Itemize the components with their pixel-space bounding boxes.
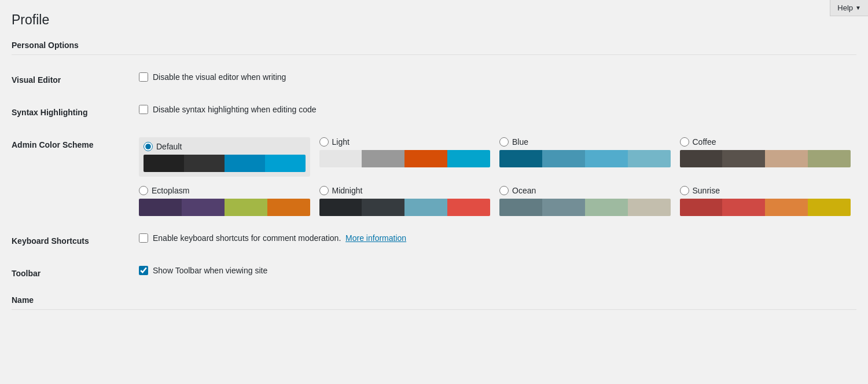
scheme-ocean-radio[interactable] [499,186,509,195]
swatch [362,199,404,216]
swatch [447,199,490,216]
toolbar-checkbox-label[interactable]: Show Toolbar when viewing site [139,266,851,275]
visual-editor-checkbox[interactable] [139,72,148,82]
swatch [585,150,628,167]
swatch [144,155,184,172]
toolbar-row: Toolbar Show Toolbar when viewing site [12,257,856,290]
swatch [499,199,542,216]
scheme-midnight-label: Midnight [332,186,363,195]
visual-editor-checkbox-label[interactable]: Disable the visual editor when writing [139,72,851,82]
swatch [404,150,447,167]
syntax-highlighting-checkbox-label[interactable]: Disable syntax highlighting when editing… [139,105,851,114]
scheme-ectoplasm-label: Ectoplasm [152,186,189,195]
swatch [225,155,265,172]
swatch [319,150,362,167]
help-label: Help [837,3,853,12]
swatch [808,199,851,216]
swatch [680,150,723,167]
swatch [628,150,671,167]
swatch [585,199,628,216]
admin-color-scheme-row: Admin Color Scheme Default [12,129,856,225]
scheme-ectoplasm[interactable]: Ectoplasm [139,186,310,216]
scheme-blue-radio[interactable] [499,137,509,147]
scheme-coffee[interactable]: Coffee [680,137,851,177]
swatch [404,199,447,216]
syntax-highlighting-row: Syntax Highlighting Disable syntax highl… [12,96,856,129]
swatch [184,155,225,172]
scheme-default-swatches [144,155,306,172]
scheme-light-radio[interactable] [319,137,329,147]
scheme-coffee-label: Coffee [693,137,716,147]
more-info-link[interactable]: More information [345,233,406,243]
swatch [182,199,225,216]
name-heading: Name [12,295,856,310]
scheme-sunrise[interactable]: Sunrise [680,186,851,216]
swatch [628,199,671,216]
swatch [542,199,585,216]
syntax-highlighting-checkbox-text: Disable syntax highlighting when editing… [153,105,317,114]
scheme-sunrise-label: Sunrise [693,186,720,195]
keyboard-shortcuts-label: Keyboard Shortcuts [12,225,133,257]
swatch [765,199,808,216]
swatch [225,199,267,216]
swatch [542,150,585,167]
scheme-light[interactable]: Light [319,137,491,177]
scheme-blue[interactable]: Blue [499,137,671,177]
scheme-midnight-swatches [319,199,491,216]
visual-editor-checkbox-text: Disable the visual editor when writing [153,72,286,82]
swatch [319,199,362,216]
scheme-ectoplasm-radio[interactable] [139,186,148,195]
page-title: Profile [12,12,856,29]
scheme-sunrise-radio[interactable] [680,186,689,195]
syntax-highlighting-label: Syntax Highlighting [12,96,133,129]
personal-options-table: Visual Editor Disable the visual editor … [12,64,856,290]
personal-options-heading: Personal Options [12,41,856,55]
scheme-blue-label: Blue [512,137,528,147]
scheme-default-label: Default [156,142,182,151]
scheme-coffee-swatches [680,150,851,167]
keyboard-shortcuts-checkbox-label[interactable]: Enable keyboard shortcuts for comment mo… [139,233,851,243]
scheme-ectoplasm-swatches [139,199,310,216]
color-scheme-grid: Default [139,137,851,216]
swatch [265,155,306,172]
scheme-coffee-radio[interactable] [680,137,689,147]
swatch [722,199,765,216]
toolbar-checkbox[interactable] [139,266,148,275]
scheme-default-radio[interactable] [144,142,153,151]
scheme-midnight-radio[interactable] [319,186,329,195]
scheme-ocean-swatches [499,199,671,216]
help-button[interactable]: Help ▼ [830,0,868,16]
scheme-default[interactable]: Default [139,137,310,177]
swatch [680,199,723,216]
visual-editor-label: Visual Editor [12,64,133,96]
swatch [267,199,310,216]
scheme-blue-swatches [499,150,671,167]
keyboard-shortcuts-row: Keyboard Shortcuts Enable keyboard short… [12,225,856,257]
syntax-highlighting-checkbox[interactable] [139,105,148,114]
scheme-midnight[interactable]: Midnight [319,186,491,216]
visual-editor-row: Visual Editor Disable the visual editor … [12,64,856,96]
toolbar-label: Toolbar [12,257,133,290]
scheme-ocean[interactable]: Ocean [499,186,671,216]
main-content: Profile Personal Options Visual Editor D… [0,0,868,321]
scheme-light-swatches [319,150,491,167]
swatch [139,199,182,216]
swatch [499,150,542,167]
swatch [808,150,851,167]
keyboard-shortcuts-checkbox[interactable] [139,233,148,243]
swatch [447,150,490,167]
admin-color-scheme-label: Admin Color Scheme [12,129,133,225]
swatch [722,150,765,167]
scheme-sunrise-swatches [680,199,851,216]
help-chevron-icon: ▼ [855,5,861,11]
swatch [765,150,808,167]
keyboard-shortcuts-text: Enable keyboard shortcuts for comment mo… [153,233,406,243]
toolbar-checkbox-text: Show Toolbar when viewing site [153,266,267,275]
scheme-ocean-label: Ocean [512,186,536,195]
swatch [362,150,404,167]
scheme-light-label: Light [332,137,350,147]
